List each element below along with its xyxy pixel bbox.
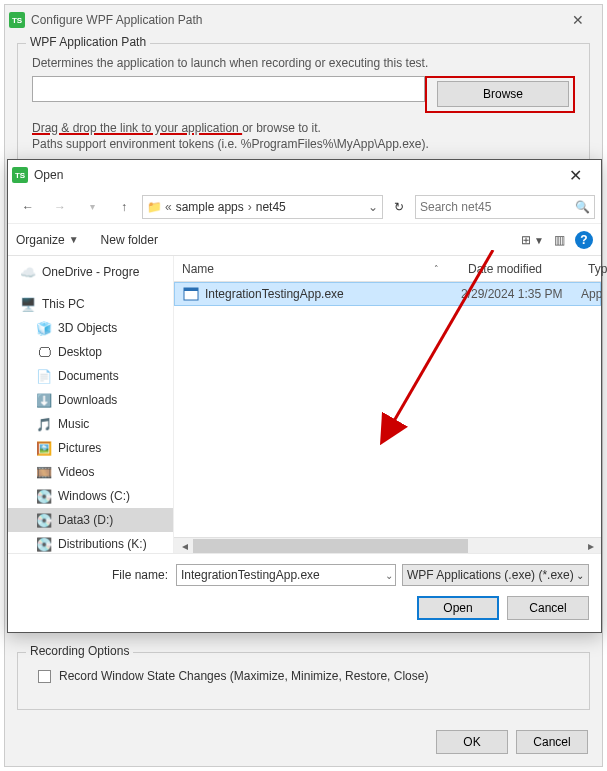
- crumb-seg2[interactable]: net45: [256, 200, 286, 214]
- refresh-icon[interactable]: ↻: [387, 196, 411, 218]
- filename-combo[interactable]: IntegrationTestingApp.exe ⌄: [176, 564, 396, 586]
- tree-label: Desktop: [58, 345, 102, 359]
- preview-pane-icon[interactable]: ▥: [554, 233, 565, 247]
- nav-up-icon[interactable]: ↑: [110, 195, 138, 219]
- pictures-icon: 🖼️: [36, 440, 52, 456]
- tree-this-pc[interactable]: 🖥️This PC: [8, 292, 173, 316]
- path-row: Browse: [32, 76, 575, 113]
- tree-videos[interactable]: 🎞️Videos: [8, 460, 173, 484]
- toolbar: Organize ▼ New folder ⊞ ▼ ▥ ?: [8, 224, 601, 256]
- file-list[interactable]: IntegrationTestingApp.exe 2/29/2024 1:35…: [174, 282, 601, 537]
- filename-row: File name: IntegrationTestingApp.exe ⌄ W…: [20, 564, 589, 586]
- toolbar-right: ⊞ ▼ ▥ ?: [521, 231, 593, 249]
- chevron-right-icon: ›: [248, 200, 252, 214]
- new-folder-button[interactable]: New folder: [101, 233, 158, 247]
- chevron-down-icon[interactable]: ⌄: [368, 200, 378, 214]
- tree-data-d[interactable]: 💽Data3 (D:): [8, 508, 173, 532]
- column-date[interactable]: Date modified: [460, 256, 580, 281]
- breadcrumb[interactable]: 📁 « sample apps › net45 ⌄: [142, 195, 383, 219]
- file-row[interactable]: IntegrationTestingApp.exe 2/29/2024 1:35…: [174, 282, 601, 306]
- column-type[interactable]: Type: [580, 256, 607, 281]
- cancel-button[interactable]: Cancel: [507, 596, 589, 620]
- tree-pictures[interactable]: 🖼️Pictures: [8, 436, 173, 460]
- open-dialog: TS Open ✕ ← → ▾ ↑ 📁 « sample apps › net4…: [7, 159, 602, 633]
- tree-music[interactable]: 🎵Music: [8, 412, 173, 436]
- checkbox-label: Record Window State Changes (Maximize, M…: [59, 669, 428, 683]
- nav-recent-icon[interactable]: ▾: [78, 195, 106, 219]
- titlebar: TS Configure WPF Application Path ✕: [5, 5, 602, 35]
- tree-onedrive[interactable]: ☁️OneDrive - Progre: [8, 260, 173, 284]
- checkbox-icon[interactable]: [38, 670, 51, 683]
- downloads-icon: ⬇️: [36, 392, 52, 408]
- tree-label: 3D Objects: [58, 321, 117, 335]
- column-label: Name: [182, 262, 214, 276]
- chevron-down-icon[interactable]: ⌄: [576, 570, 584, 581]
- horizontal-scrollbar[interactable]: ◂ ▸: [174, 537, 601, 553]
- open-button[interactable]: Open: [417, 596, 499, 620]
- folder-tree[interactable]: ☁️OneDrive - Progre 🖥️This PC 🧊3D Object…: [8, 256, 174, 553]
- tree-label: Music: [58, 417, 89, 431]
- drive-icon: 💽: [36, 488, 52, 504]
- ok-button[interactable]: OK: [436, 730, 508, 754]
- chevron-down-icon[interactable]: ⌄: [385, 570, 393, 581]
- tree-distributions-k[interactable]: 💽Distributions (K:): [8, 532, 173, 553]
- search-icon: 🔍: [575, 200, 590, 214]
- hint-tokens: Paths support environment tokens (i.e. %…: [32, 137, 575, 151]
- record-window-state-row[interactable]: Record Window State Changes (Maximize, M…: [38, 669, 575, 683]
- recording-options-group: Recording Options Record Window State Ch…: [17, 652, 590, 710]
- organize-menu[interactable]: Organize ▼: [16, 233, 79, 247]
- close-icon[interactable]: ✕: [558, 8, 598, 32]
- nav-forward-icon[interactable]: →: [46, 195, 74, 219]
- tree-windows-c[interactable]: 💽Windows (C:): [8, 484, 173, 508]
- tree-label: Data3 (D:): [58, 513, 113, 527]
- exe-icon: [183, 286, 199, 302]
- group-legend: Recording Options: [26, 644, 133, 658]
- file-type: App: [581, 287, 601, 301]
- tree-3d-objects[interactable]: 🧊3D Objects: [8, 316, 173, 340]
- open-dialog-title: Open: [34, 168, 553, 182]
- objects3d-icon: 🧊: [36, 320, 52, 336]
- view-options-icon[interactable]: ⊞ ▼: [521, 233, 544, 247]
- hint-drag: Drag & drop the link to your application: [32, 121, 242, 135]
- hint-browse: or browse to it.: [242, 121, 321, 135]
- filter-combo[interactable]: WPF Applications (.exe) (*.exe) ⌄: [402, 564, 589, 586]
- scroll-right-icon[interactable]: ▸: [582, 539, 599, 553]
- tree-label: Distributions (K:): [58, 537, 147, 551]
- browse-button[interactable]: Browse: [437, 81, 569, 107]
- crumb-seg1[interactable]: sample apps: [176, 200, 244, 214]
- scroll-thumb[interactable]: [193, 539, 468, 553]
- hint-line1: Drag & drop the link to your application…: [32, 121, 575, 135]
- file-name-cell: IntegrationTestingApp.exe: [175, 286, 461, 302]
- tree-label: Pictures: [58, 441, 101, 455]
- tree-label: Downloads: [58, 393, 117, 407]
- crumb-root[interactable]: «: [165, 200, 172, 214]
- open-cancel-row: Open Cancel: [20, 596, 589, 620]
- tree-desktop[interactable]: 🖵Desktop: [8, 340, 173, 364]
- dialog-title: Configure WPF Application Path: [31, 13, 558, 27]
- browse-highlight: Browse: [425, 76, 575, 113]
- filename-value: IntegrationTestingApp.exe: [181, 568, 320, 582]
- column-name[interactable]: Name ˄: [174, 256, 460, 281]
- wpf-path-group: WPF Application Path Determines the appl…: [17, 43, 590, 166]
- path-input[interactable]: [32, 76, 425, 102]
- drive-icon: 💽: [36, 536, 52, 552]
- help-icon[interactable]: ?: [575, 231, 593, 249]
- tree-downloads[interactable]: ⬇️Downloads: [8, 388, 173, 412]
- cloud-icon: ☁️: [20, 264, 36, 280]
- tree-label: Documents: [58, 369, 119, 383]
- app-icon: TS: [12, 167, 28, 183]
- chevron-down-icon: ▼: [69, 234, 79, 245]
- close-icon[interactable]: ✕: [553, 161, 597, 189]
- description-text: Determines the application to launch whe…: [32, 56, 575, 70]
- nav-back-icon[interactable]: ←: [14, 195, 42, 219]
- group-legend: WPF Application Path: [26, 35, 150, 49]
- organize-label: Organize: [16, 233, 65, 247]
- nav-row: ← → ▾ ↑ 📁 « sample apps › net45 ⌄ ↻ Sear…: [8, 190, 601, 224]
- search-input[interactable]: Search net45 🔍: [415, 195, 595, 219]
- tree-label: Videos: [58, 465, 94, 479]
- tree-documents[interactable]: 📄Documents: [8, 364, 173, 388]
- app-icon: TS: [9, 12, 25, 28]
- folder-icon: 📁: [147, 200, 161, 214]
- scroll-left-icon[interactable]: ◂: [176, 539, 193, 553]
- cancel-button[interactable]: Cancel: [516, 730, 588, 754]
